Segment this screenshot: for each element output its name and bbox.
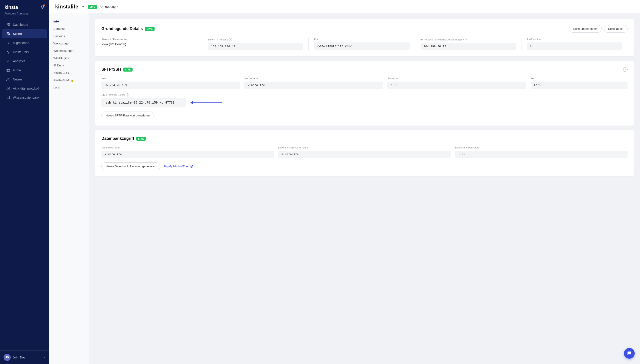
php-label: PHP Worker — [527, 38, 622, 41]
arrow-head — [190, 101, 193, 104]
main-area: kinstalife ▾ LIVE Umgebung ▾ Info Domain… — [49, 0, 640, 364]
ip-value: 162.159.134.42 — [208, 43, 303, 50]
sidebar-item-kinsta-dns-label: Kinsta DNS — [13, 50, 29, 54]
sftp-title-row: SFTP/SSH LIVE — [101, 67, 133, 72]
building-icon — [6, 68, 10, 72]
top-header: kinstalife ▾ LIVE Umgebung ▾ — [49, 0, 640, 13]
sidebar-item-seiten-label: Seiten — [13, 32, 22, 36]
sub-nav-backups[interactable]: Backups — [49, 32, 89, 40]
ssh-cmd-label: SSH Terminal Befehl i — [101, 93, 627, 96]
live-badge: LIVE — [88, 5, 97, 9]
sftp-live-badge: LIVE — [123, 68, 133, 72]
db-user-field: Datenbank Benutzername kinstalife — [278, 146, 450, 158]
sidebar-item-dashboard[interactable]: Dashboard — [2, 20, 47, 29]
grundlegende-details-card: Grundlegende Details LIVE Seite umbenenn… — [95, 19, 634, 56]
pfad-cell: Pfad /www/kinstalife_268/ — [308, 38, 415, 50]
chat-button[interactable] — [624, 348, 635, 359]
db-pass-label: Datenbank Passwort — [455, 146, 627, 149]
chevron-up-icon[interactable]: ▲ — [43, 356, 45, 359]
sub-sidebar: Info Domains Backups Werkzeuge Weiterlei… — [49, 13, 89, 364]
sub-nav-wp-plugins[interactable]: WP-Plugins — [49, 54, 89, 62]
db-pass-field: Datenbank Passwort •••• — [455, 146, 627, 158]
nutzername-field: Nutzername kinstalife — [244, 77, 383, 89]
db-header: Datenbankzugriff LIVE — [101, 136, 627, 141]
avatar: JD — [4, 354, 11, 361]
datenbankzugriff-card: Datenbankzugriff LIVE Datenbankname kins… — [95, 130, 634, 176]
sub-nav-info[interactable]: Info — [49, 18, 89, 25]
sidebar-item-analytics[interactable]: Analytics — [2, 57, 47, 66]
passwort-field: Passwort •••• — [387, 77, 526, 89]
generate-db-password-button[interactable]: Neues Datenbank Passwort generieren — [101, 162, 160, 170]
svg-rect-2 — [7, 25, 8, 26]
ext-ip-value: 104.198.76.12 — [420, 43, 516, 50]
content-area: Info Domains Backups Werkzeuge Weiterlei… — [49, 13, 640, 364]
sidebar-item-migrationen[interactable]: Migrationen — [2, 38, 47, 47]
notification-icon[interactable] — [41, 5, 45, 10]
db-actions: Neues Datenbank Passwort generieren PhpM… — [101, 162, 627, 170]
db-name-value: kinstalife — [101, 151, 274, 158]
sidebar-item-seiten[interactable]: Seiten — [2, 29, 47, 38]
sidebar-item-wissensdatenbank-label: Wissensdatenbank — [13, 96, 39, 99]
sub-nav-werkzeuge[interactable]: Werkzeuge — [49, 40, 89, 47]
sidebar-item-wissensdatenbank[interactable]: Wissensdatenbank — [2, 93, 47, 102]
standort-label: Standort / Datencenter — [101, 38, 197, 41]
company-row: Awesome Company — [0, 12, 49, 19]
ssh-command-row: ssh kinstalife@35.224.70.159 -p 47780 — [101, 98, 627, 107]
svg-rect-3 — [9, 25, 10, 26]
sub-nav-logs[interactable]: Logs — [49, 84, 89, 91]
ext-ip-cell: IP-Adresse für externe Verbindungen i 10… — [415, 38, 521, 50]
grundlegende-details-header: Grundlegende Details LIVE Seite umbenenn… — [101, 25, 627, 33]
env-select[interactable]: Umgebung ▾ — [101, 5, 118, 8]
db-grid: Datenbankname kinstalife Datenbank Benut… — [101, 146, 627, 158]
env-label: Umgebung — [101, 5, 116, 8]
sftp-info-icon[interactable]: i — [623, 67, 627, 72]
sidebar-item-nutzer[interactable]: Nutzer — [2, 75, 47, 84]
port-field: Port 47780 — [531, 77, 627, 89]
users-icon — [6, 77, 10, 81]
db-user-value: kinstalife — [278, 151, 450, 158]
sftp-title: SFTP/SSH — [101, 67, 121, 72]
sidebar: kinsta Awesome Company Dashboard — [0, 0, 49, 364]
sub-nav-kinsta-cdn[interactable]: Kinsta CDN — [49, 69, 89, 76]
ssh-command-value: ssh kinstalife@35.224.70.159 -p 47780 — [101, 98, 186, 107]
nutzername-label: Nutzername — [244, 77, 383, 80]
db-pass-value: •••• — [455, 151, 627, 158]
rename-button[interactable]: Seite umbenennen — [569, 25, 602, 33]
port-value: 47780 — [531, 82, 627, 89]
db-name-label: Datenbankname — [101, 146, 274, 149]
card-title-row: Grundlegende Details LIVE — [101, 26, 155, 31]
sub-nav-kinsta-apm[interactable]: Kinsta APM 🔒 — [49, 76, 89, 84]
generate-sftp-password-button[interactable]: Neues SFTP-Passwort generieren — [101, 112, 154, 119]
sidebar-item-kinsta-dns[interactable]: Kinsta DNS — [2, 48, 47, 56]
pfad-label: Pfad — [314, 38, 409, 41]
ext-ip-info-icon[interactable]: i — [463, 38, 466, 41]
user-info[interactable]: JD John Doe — [4, 354, 25, 361]
label-button[interactable]: Seite labeln — [604, 25, 627, 33]
host-field: Host 35.224.70.159 — [101, 77, 240, 89]
ssh-cmd-info-icon[interactable]: i — [126, 93, 129, 96]
phpmyadmin-link[interactable]: PhpMyAdmin öffnen — [164, 165, 193, 168]
sub-nav-domains[interactable]: Domains — [49, 25, 89, 32]
logo-area: kinsta — [0, 0, 49, 12]
ext-ip-label: IP-Adresse für externe Verbindungen i — [420, 38, 516, 41]
sub-nav-ip-deny[interactable]: IP Deny — [49, 62, 89, 69]
port-label: Port — [531, 77, 627, 80]
host-label: Host — [101, 77, 240, 80]
db-title-row: Datenbankzugriff LIVE — [101, 136, 146, 141]
site-dropdown[interactable]: ▾ — [81, 4, 85, 9]
standort-cell: Standort / Datencenter Iowa (US Central) — [101, 38, 202, 50]
sidebar-item-firma[interactable]: Firma — [2, 66, 47, 75]
env-chevron-icon: ▾ — [117, 5, 118, 8]
grundlegende-title: Grundlegende Details — [101, 26, 143, 31]
card-actions: Seite umbenennen Seite labeln — [569, 25, 627, 33]
migration-icon — [6, 41, 10, 45]
sidebar-footer: JD John Doe ▲ — [0, 350, 49, 364]
db-title: Datenbankzugriff — [101, 136, 134, 141]
kinsta-logo: kinsta — [5, 4, 18, 10]
sidebar-item-nutzer-label: Nutzer — [13, 78, 22, 81]
ip-info-icon[interactable]: i — [229, 38, 232, 41]
passwort-label: Passwort — [387, 77, 526, 80]
sidebar-item-aktivitaeten[interactable]: Aktivitätenprotokoll — [2, 84, 47, 93]
sidebar-item-analytics-label: Analytics — [13, 59, 25, 63]
sub-nav-weiterleitungen[interactable]: Weiterleitungen — [49, 47, 89, 54]
